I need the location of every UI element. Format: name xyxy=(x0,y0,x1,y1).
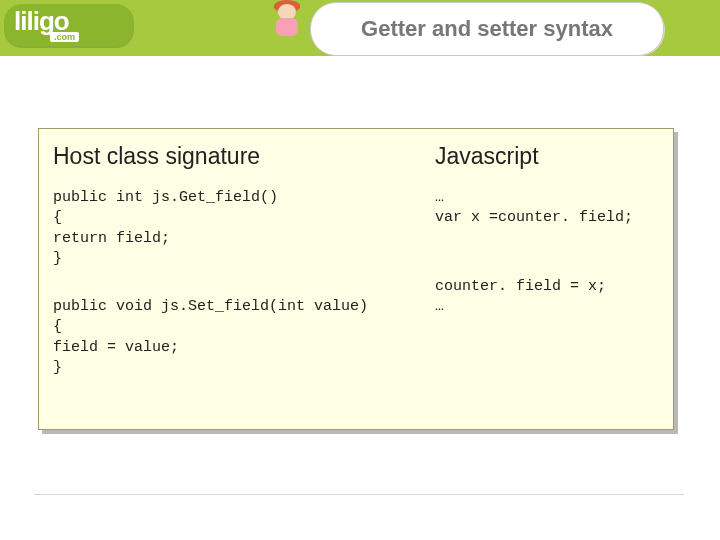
logo: liligo .com xyxy=(4,4,134,46)
js-getter-code: … var x =counter. field; xyxy=(435,188,655,229)
host-setter-code: public void js.Set_field(int value) { fi… xyxy=(53,297,423,378)
slide-title: Getter and setter syntax xyxy=(361,16,613,42)
right-column-heading: Javascript xyxy=(435,143,655,170)
title-box: Getter and setter syntax xyxy=(310,2,664,56)
code-panel: Host class signature public int js.Get_f… xyxy=(38,128,674,430)
logo-subtext: .com xyxy=(50,32,79,42)
column-left: Host class signature public int js.Get_f… xyxy=(53,143,423,378)
footer-divider xyxy=(34,494,684,495)
left-column-heading: Host class signature xyxy=(53,143,423,170)
js-setter-code: counter. field = x; … xyxy=(435,277,655,318)
host-getter-code: public int js.Get_field() { return field… xyxy=(53,188,423,269)
mascot-icon xyxy=(270,2,306,38)
slide: liligo .com Getter and setter syntax Hos… xyxy=(0,0,720,540)
column-right: Javascript … var x =counter. field; coun… xyxy=(435,143,655,317)
